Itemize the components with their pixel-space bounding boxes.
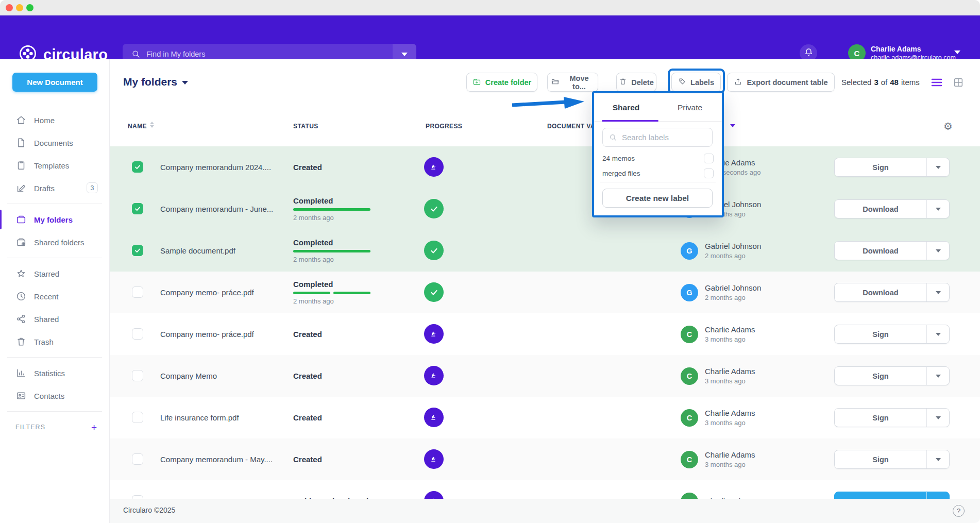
- sidebar-item-documents[interactable]: Documents: [0, 131, 109, 154]
- help-button[interactable]: ?: [953, 505, 965, 517]
- labels-search-input[interactable]: [618, 133, 712, 142]
- selected-count: 3: [874, 78, 878, 87]
- row-checkbox[interactable]: [132, 245, 143, 256]
- sign-action-button[interactable]: Sign: [834, 366, 950, 385]
- modified-by-cell: Charlie Adams3 months ago: [705, 355, 755, 397]
- sidebar-item-contacts[interactable]: Contacts: [0, 384, 109, 407]
- table-row[interactable]: Company MemoCreatedCCharlie Adams3 month…: [110, 355, 980, 397]
- drafts-count-badge: 3: [87, 182, 98, 193]
- row-checkbox[interactable]: [132, 370, 143, 381]
- document-name: Life insurance form.pdf: [160, 397, 239, 438]
- modified-by-avatar: G: [681, 242, 698, 260]
- sidebar-item-label: Drafts: [34, 184, 55, 193]
- sidebar-item-label: Documents: [34, 139, 73, 147]
- status-cell: Created: [293, 438, 322, 480]
- sidebar-item-trash[interactable]: Trash: [0, 330, 109, 353]
- sidebar-divider: [7, 411, 102, 412]
- label-item[interactable]: 24 memos: [594, 151, 722, 166]
- table-row[interactable]: Company memo- práce.pdfCompleted2 months…: [110, 272, 980, 313]
- sidebar-item-shared-folders[interactable]: Shared folders: [0, 231, 109, 254]
- labels-button[interactable]: Labels: [671, 73, 721, 92]
- document-name: Company memorandum 2024....: [160, 146, 271, 188]
- close-button[interactable]: [6, 4, 13, 11]
- sign-action-button[interactable]: Sign: [834, 158, 950, 177]
- sidebar-item-home[interactable]: Home: [0, 109, 109, 131]
- row-checkbox[interactable]: [132, 286, 143, 298]
- action-dropdown-caret[interactable]: [926, 158, 949, 176]
- search-input[interactable]: [141, 50, 393, 58]
- table-row[interactable]: Company memorandum - June...Completed2 m…: [110, 188, 980, 230]
- table-row[interactable]: Company memorandum 2024....CreatedCCharl…: [110, 146, 980, 188]
- document-name: Company memo- práce.pdf: [160, 313, 254, 355]
- download-action-button[interactable]: Download: [834, 241, 950, 260]
- table-row[interactable]: Life insurance form.pdfCreatedCCharlie A…: [110, 397, 980, 438]
- sidebar-item-shared[interactable]: Shared: [0, 308, 109, 330]
- macos-titlebar: [0, 0, 980, 15]
- main-content: My folders Create folder Move to... Dele…: [110, 59, 980, 523]
- create-folder-button[interactable]: Create folder: [466, 73, 537, 92]
- column-header-status[interactable]: STATUS: [293, 119, 318, 133]
- row-checkbox[interactable]: [132, 203, 143, 214]
- table-row[interactable]: Company memorandum - May....CreatedCChar…: [110, 438, 980, 480]
- sidebar-item-statistics[interactable]: Statistics: [0, 362, 109, 384]
- sidebar-item-starred[interactable]: Starred: [0, 262, 109, 285]
- labels-tab-shared[interactable]: Shared: [594, 97, 658, 118]
- sort-icon[interactable]: [150, 122, 154, 128]
- sidebar-divider: [7, 258, 102, 258]
- status-cell: Created: [293, 146, 322, 188]
- row-checkbox[interactable]: [132, 328, 143, 340]
- download-action-button[interactable]: Download: [834, 199, 950, 218]
- label-item[interactable]: merged files: [594, 166, 722, 181]
- minimize-button[interactable]: [16, 4, 23, 11]
- labels-tab-private[interactable]: Private: [658, 97, 722, 118]
- move-to-button[interactable]: Move to...: [547, 73, 598, 92]
- row-checkbox[interactable]: [132, 453, 143, 465]
- label-checkbox[interactable]: [704, 168, 714, 178]
- action-dropdown-caret[interactable]: [926, 200, 949, 218]
- label-checkbox[interactable]: [704, 154, 714, 163]
- row-checkbox[interactable]: [132, 161, 143, 173]
- sidebar-item-drafts[interactable]: Drafts3: [0, 177, 109, 199]
- zoom-button[interactable]: [26, 4, 33, 11]
- sign-action-button[interactable]: Sign: [834, 408, 950, 427]
- action-dropdown-caret[interactable]: [926, 242, 949, 260]
- sidebar-divider: [7, 357, 102, 358]
- status-cell: Completed2 months ago: [293, 230, 370, 272]
- action-dropdown-caret[interactable]: [926, 450, 949, 468]
- list-view-button[interactable]: [931, 76, 943, 89]
- sidebar-item-my-folders[interactable]: My folders: [0, 208, 109, 231]
- label-name: 24 memos: [602, 155, 635, 162]
- chevron-down-icon: [401, 53, 408, 56]
- table-row[interactable]: Sample document.pdfCompleted2 months ago…: [110, 230, 980, 272]
- row-checkbox[interactable]: [132, 412, 143, 423]
- export-document-table-button[interactable]: Export document table: [727, 73, 835, 92]
- sign-action-button[interactable]: Sign: [834, 450, 950, 469]
- progress-bar: [293, 208, 370, 211]
- action-dropdown-caret[interactable]: [926, 325, 949, 343]
- progress-signature-icon: [424, 157, 444, 177]
- sort-direction-caret-icon: [730, 124, 735, 127]
- table-settings-gear-icon[interactable]: ⚙: [943, 119, 953, 133]
- add-filter-button[interactable]: +: [91, 423, 97, 432]
- progress-complete-icon: [424, 282, 444, 302]
- table-row[interactable]: Company memo- práce.pdfCreatedCCharlie A…: [110, 313, 980, 355]
- delete-button[interactable]: Delete: [616, 73, 656, 92]
- action-dropdown-caret[interactable]: [926, 409, 949, 427]
- new-document-button[interactable]: New Document: [12, 73, 97, 92]
- sidebar-item-recent[interactable]: Recent: [0, 285, 109, 308]
- sign-action-button[interactable]: Sign: [834, 325, 950, 344]
- progress-time: 2 months ago: [293, 214, 370, 222]
- action-dropdown-caret[interactable]: [926, 283, 949, 301]
- page-title-dropdown[interactable]: My folders: [123, 76, 188, 88]
- document-icon: [15, 137, 27, 148]
- column-header-name[interactable]: NAME: [128, 119, 147, 133]
- column-header-progress[interactable]: PROGRESS: [426, 119, 462, 133]
- user-menu-caret-icon[interactable]: [954, 50, 960, 54]
- progress-signature-icon: [424, 408, 444, 427]
- download-action-button[interactable]: Download: [834, 283, 950, 302]
- status-cell: Created: [293, 397, 322, 438]
- action-dropdown-caret[interactable]: [926, 367, 949, 385]
- create-new-label-button[interactable]: Create new label: [602, 189, 713, 208]
- sidebar-item-templates[interactable]: Templates: [0, 154, 109, 177]
- grid-view-button[interactable]: [952, 76, 965, 89]
